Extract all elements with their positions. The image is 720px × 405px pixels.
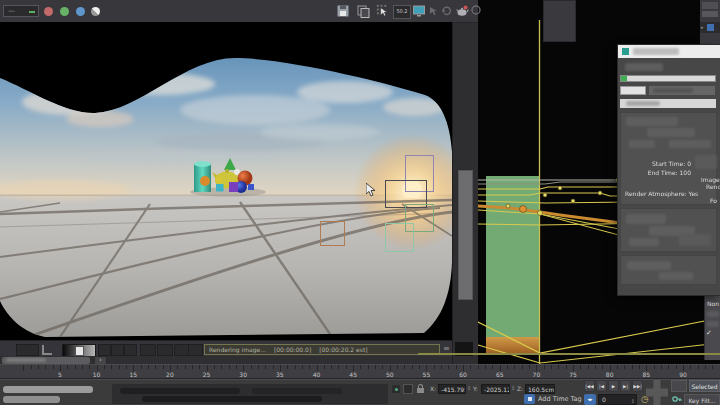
zoom-region-icon[interactable]	[42, 345, 52, 355]
next-glyph: ▶|	[623, 384, 628, 389]
key-filters-label: Key Filt...	[688, 397, 715, 404]
start-time-row: Start Time: 0	[652, 160, 691, 167]
key-filters-button[interactable]: Key Filt...	[684, 394, 720, 405]
rfw-tool-button[interactable]	[98, 344, 111, 356]
ruler-tick	[551, 365, 552, 369]
go-to-start-button[interactable]: |◀◀	[584, 380, 595, 392]
refresh-icon[interactable]	[440, 4, 453, 17]
add-time-tag-label[interactable]: Add Time Tag	[538, 395, 582, 403]
progress-menu-icon[interactable]: ≡	[443, 344, 450, 353]
alpha-channel-button[interactable]	[91, 7, 100, 16]
y-coord-field[interactable]: -2025.121	[481, 384, 510, 394]
z-coord-field[interactable]: 160.5cm	[525, 384, 555, 394]
play-glyph: ▶	[612, 384, 615, 389]
copy-image-icon[interactable]	[356, 4, 370, 18]
ruler-tick	[38, 365, 39, 369]
save-image-icon[interactable]	[336, 4, 350, 18]
selection-lock-icon[interactable]	[403, 384, 413, 394]
slider-thumb[interactable]	[75, 346, 84, 356]
isolate-selection-icon[interactable]	[392, 385, 400, 393]
time-tag-icon[interactable]	[524, 394, 535, 404]
blurred-text	[653, 88, 693, 93]
x-coord-label: X:	[430, 385, 436, 392]
offscreen-button[interactable]	[702, 2, 718, 9]
ruler-frame-label: 30	[239, 371, 247, 378]
arrow-icon[interactable]	[428, 5, 439, 16]
x-coord-field[interactable]: -415.795	[438, 384, 466, 394]
ruler-tick	[712, 365, 713, 369]
ruler-tick	[177, 365, 178, 369]
ruler-frame-label: 80	[606, 371, 614, 378]
key-mode-toggle-button[interactable]: ◂▸	[584, 394, 596, 405]
dialog-titlebar[interactable]	[618, 45, 720, 58]
current-frame-value: 0	[602, 396, 606, 403]
render-row: Rend	[706, 183, 720, 190]
ruler-tick	[192, 365, 193, 369]
trackbar-minibar: ›	[0, 356, 452, 364]
x-coord-value: -415.795	[441, 386, 466, 393]
blurred-text	[142, 396, 322, 402]
offscreen-panel-bottom: Non ✓	[704, 296, 720, 360]
timeline-ruler[interactable]: 51015202530354045505560657075808590	[0, 364, 720, 379]
area-to-render-dropdown[interactable]: —	[3, 5, 39, 17]
y-spinner[interactable]: ↕	[511, 385, 515, 391]
ruler-tick	[75, 365, 76, 369]
current-frame-field[interactable]: 0 ↕	[598, 394, 637, 405]
ruler-tick	[668, 365, 669, 369]
dialog-field[interactable]	[620, 99, 716, 108]
blue-channel-button[interactable]	[76, 7, 85, 16]
prev-glyph: |◀	[599, 384, 604, 389]
red-channel-button[interactable]	[44, 7, 53, 16]
frame-spinner[interactable]: ↕	[631, 397, 635, 405]
ruler-tick	[368, 365, 369, 369]
play-button[interactable]: ▶	[608, 380, 619, 392]
keyframe-dot	[538, 211, 543, 216]
rfw-tool-button[interactable]	[188, 344, 203, 356]
ruler-tick	[441, 365, 442, 369]
rfw-tool-button[interactable]	[140, 344, 156, 356]
lock-icon[interactable]	[416, 384, 425, 394]
ruler-tick	[287, 365, 288, 369]
zoom-value-badge[interactable]: 50.2	[393, 5, 411, 19]
offscreen-button[interactable]	[702, 11, 718, 17]
rfw-tool-button[interactable]	[124, 344, 137, 356]
render-loop-icon[interactable]	[470, 4, 482, 16]
zoom-value: 50.2	[396, 8, 407, 14]
rfw-tool-button[interactable]	[157, 344, 173, 356]
ruler-frame-label: 75	[569, 371, 577, 378]
go-to-end-button[interactable]: ▶▶|	[632, 380, 643, 392]
dialog-button[interactable]	[620, 86, 646, 95]
ruler-tick	[602, 365, 603, 369]
blurred-text	[252, 388, 342, 394]
ruler-tick	[111, 365, 112, 369]
scrollbar-thumb[interactable]	[458, 170, 473, 300]
ruler-tick	[185, 365, 186, 369]
rfw-tool-button[interactable]	[111, 344, 124, 356]
blurred-listener-line	[3, 396, 60, 403]
pixel-probe-cursor-icon[interactable]	[375, 3, 389, 17]
rfw-option-button[interactable]	[16, 344, 39, 356]
render-teapot-icon[interactable]	[455, 4, 469, 18]
next-frame-button[interactable]: ▶|	[620, 380, 631, 392]
ruler-tick	[507, 365, 508, 369]
selected-dropdown[interactable]: Selected	[689, 380, 720, 392]
ruler-frame-label: 40	[313, 371, 321, 378]
app-window: ▸ Non ✓ —	[0, 0, 720, 405]
render-estimated-time: [00:00:20.2 est]	[319, 346, 367, 353]
checkbox-checked-icon[interactable]: ✓	[706, 330, 712, 337]
previous-frame-button[interactable]: |◀	[596, 380, 607, 392]
expand-arrow-icon[interactable]: ▸	[701, 24, 704, 30]
blurred-text	[625, 63, 663, 71]
ruler-tick	[544, 365, 545, 369]
blurred-text	[707, 321, 719, 327]
ruler-frame-label: 20	[166, 371, 174, 378]
z-coord-value: 160.5cm	[528, 386, 554, 393]
offscreen-panel-label: Non	[707, 300, 719, 307]
green-channel-button[interactable]	[60, 7, 69, 16]
monitor-icon[interactable]	[412, 4, 426, 18]
x-spinner[interactable]: ↕	[467, 385, 471, 391]
set-key-icon[interactable]	[672, 395, 682, 405]
rendered-frame-view[interactable]	[0, 22, 452, 340]
selection-set-field[interactable]	[2, 357, 90, 364]
auto-key-button[interactable]	[671, 380, 687, 392]
